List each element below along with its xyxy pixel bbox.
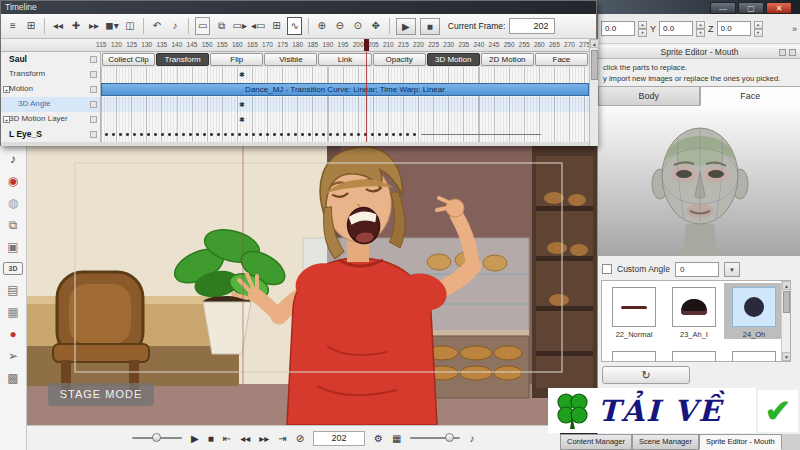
track-label[interactable]: Transform [1,67,101,82]
scroll-thumb[interactable] [591,50,598,80]
scene-object-icon[interactable]: ▦ [3,305,23,319]
speed-slider[interactable] [132,437,182,439]
swap-window-icon[interactable]: ⧉ [3,218,23,232]
clip-merge-icon[interactable]: ⧉ [214,18,228,34]
slider-knob[interactable] [152,433,161,442]
timeline-scrollbar[interactable]: ▲ [589,39,598,146]
transition-curve-icon[interactable]: ∿ [287,17,301,35]
maximize-button[interactable]: ▢ [738,2,764,14]
custom-angle-select[interactable]: 0 [675,262,719,277]
chevron-down-icon[interactable]: ▼ [724,262,740,277]
rewind-icon[interactable]: ◂◂ [51,18,65,34]
sprite-thumbnail[interactable] [732,351,776,362]
fast-forward-icon[interactable]: ▸▸ [259,433,269,444]
slider-knob[interactable] [445,433,454,442]
clip-select-icon[interactable]: ▭ [195,17,210,35]
track-area[interactable]: ✱ [101,67,589,82]
prop-icon[interactable]: ▤ [3,283,23,297]
more-tools-icon[interactable]: » [792,24,797,34]
track-options-box[interactable] [90,116,97,123]
go-start-icon[interactable]: ⇤ [223,433,231,444]
y-field[interactable] [659,21,693,36]
sprite-23_Ah_I[interactable]: 23_Ah_I [664,283,724,339]
actor-frame-icon[interactable]: ▣ [3,240,23,254]
3d-motion-button[interactable]: 3D Motion [427,53,480,66]
track-label[interactable]: +3D Motion Layer [1,112,101,127]
timeline-titlebar[interactable]: Timeline [1,1,596,14]
track-label[interactable]: L Eye_S [1,127,101,142]
opacity-button[interactable]: Opacity [373,53,426,66]
playback-frame-input[interactable] [313,431,365,446]
sprite-thumbnail[interactable] [672,287,716,327]
transform-button[interactable]: Transform [156,53,209,66]
collect-clip-button[interactable]: Collect Clip [102,53,155,66]
sprite-thumbnail[interactable] [672,351,716,362]
refresh-button[interactable]: ↻ [602,366,690,384]
record-voice-icon[interactable]: ◉ [3,174,23,188]
motion-3d-icon[interactable]: 3D [3,262,23,275]
render-icon[interactable]: ▦ [392,433,401,444]
sprite-item[interactable] [604,347,664,362]
motion-clip[interactable]: Dance_MJ - Transition Curve: Linear; Tim… [101,83,589,96]
volume-slider[interactable] [410,437,460,439]
clip-right-icon[interactable]: ▭▸ [232,18,246,34]
stage-canvas[interactable]: STAGE MODE [27,146,597,425]
sprite-22_Normal[interactable]: 22_Normal [604,283,664,339]
head-preview[interactable] [598,106,800,256]
x-spinner[interactable]: ▲▼ [638,21,647,36]
playhead-thumb[interactable] [364,39,369,52]
keyframe-icon[interactable]: ✱ [239,71,246,78]
undo-loop-icon[interactable]: ↶ [150,18,164,34]
dock-tab-scene-manager[interactable]: Scene Manager [632,434,699,450]
record-camera-icon[interactable]: ● [3,327,23,341]
track-row[interactable]: +3D Motion Layer✱ [1,112,589,127]
fast-forward-icon[interactable]: ▸▸ [87,18,101,34]
track-options-box[interactable] [90,86,97,93]
sprite-thumbnail[interactable] [612,287,656,327]
play-icon[interactable]: ▶ [396,18,416,35]
track-area[interactable] [101,127,589,142]
visible-button[interactable]: Visible [264,53,317,66]
track-row[interactable]: 3D Angle✱ [1,97,589,112]
2d-motion-button[interactable]: 2D Motion [481,53,534,66]
layers-icon[interactable]: ▩ [3,371,23,385]
tab-body[interactable]: Body [598,86,700,106]
playhead-line[interactable] [366,52,367,142]
sprite-thumbnail[interactable] [732,287,776,327]
track-area[interactable]: ✱ [101,97,589,112]
sprite-list-scrollbar[interactable]: ▲ ▼ [781,281,790,361]
current-frame-input[interactable] [509,18,555,34]
stop-icon[interactable]: ■ [208,433,214,444]
play-icon[interactable]: ▶ [191,433,199,444]
track-row[interactable]: SaulCollect ClipTransformFlipVisibleLink… [1,52,589,67]
zoom-in-icon[interactable]: ⊕ [315,18,329,34]
dock-tab-sprite-editor-mouth[interactable]: Sprite Editor - Mouth [699,434,782,450]
music-note-icon[interactable]: ♪ [168,18,182,34]
zoom-out-icon[interactable]: ⊖ [333,18,347,34]
track-area[interactable]: Dance_MJ - Transition Curve: Linear; Tim… [101,82,589,97]
frame-bracket-icon[interactable]: ⊞ [269,18,283,34]
track-row[interactable]: +MotionDance_MJ - Transition Curve: Line… [1,82,589,97]
add-key-icon[interactable]: ✚ [69,18,83,34]
loop-icon[interactable]: ⊘ [296,433,304,444]
track-options-box[interactable] [90,131,97,138]
scroll-up-icon[interactable]: ▲ [590,39,599,48]
timeline-ruler[interactable]: 1151201251301351401451501551601651701751… [1,39,589,52]
menu-icon[interactable]: ≡ [6,18,20,34]
music-track-icon[interactable]: ♪ [3,152,23,166]
scroll-down-icon[interactable]: ▼ [782,352,791,361]
sprite-editor-header[interactable]: Sprite Editor - Mouth [598,45,800,59]
track-options-box[interactable] [90,71,97,78]
sprite-24_Oh[interactable]: 24_Oh [724,283,784,339]
timeline-hscroll[interactable] [1,142,589,146]
flip-button[interactable]: Flip [210,53,263,66]
keyframe-icon[interactable]: ✱ [239,101,246,108]
close-button[interactable]: ✕ [766,2,792,14]
dock-tab-content-manager[interactable]: Content Manager [560,434,632,450]
scroll-thumb[interactable] [783,291,790,313]
track-row[interactable]: L Eye_S [1,127,589,142]
track-label[interactable]: 3D Angle [1,97,101,112]
keyframe-icon[interactable]: ✱ [239,116,246,123]
track-label[interactable]: +Motion [1,82,101,97]
face-button[interactable]: Face [535,53,588,66]
